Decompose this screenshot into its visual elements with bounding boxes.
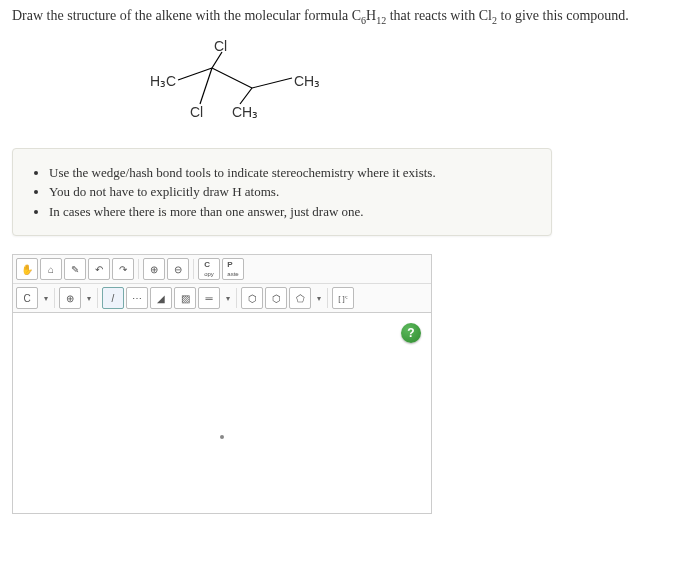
wedge-bond-tool[interactable]: ◢ — [150, 287, 172, 309]
svg-line-1 — [212, 52, 222, 68]
single-bond-tool[interactable]: / — [102, 287, 124, 309]
atom-cl-top: Cl — [214, 38, 227, 54]
canvas-center-dot — [220, 435, 224, 439]
hint-item: Use the wedge/hash bond tools to indicat… — [49, 163, 533, 183]
brackets-tool[interactable]: [ ]ᶜ — [332, 287, 354, 309]
separator — [138, 259, 139, 279]
undo-button[interactable]: ↶ — [88, 258, 110, 280]
bond-dropdown[interactable]: ▾ — [222, 294, 232, 303]
pencil-tool[interactable]: ✎ — [64, 258, 86, 280]
help-button[interactable]: ? — [401, 323, 421, 343]
separator — [97, 288, 98, 308]
toolbar-row-1: ✋ ⌂ ✎ ↶ ↷ ⊕ ⊖ Copy Paste — [13, 255, 431, 284]
cyclopentane-tool[interactable]: ⬠ — [289, 287, 311, 309]
atom-c-button[interactable]: C — [16, 287, 38, 309]
svg-line-4 — [252, 78, 292, 88]
drawing-editor: ✋ ⌂ ✎ ↶ ↷ ⊕ ⊖ Copy Paste C ▾ ⊕ ▾ / ⋯ ◢ ▨… — [12, 254, 432, 514]
zoom-out-button[interactable]: ⊖ — [167, 258, 189, 280]
svg-line-2 — [212, 68, 252, 88]
charge-button[interactable]: ⊕ — [59, 287, 81, 309]
atom-h3c-left: H₃C — [150, 73, 176, 89]
hash-bond-tool[interactable]: ▨ — [174, 287, 196, 309]
ring-dropdown[interactable]: ▾ — [313, 294, 323, 303]
atom-ch3-bottom: CH₃ — [232, 104, 258, 120]
atom-cl-bottom: Cl — [190, 104, 203, 120]
hint-item: You do not have to explicitly draw H ato… — [49, 182, 533, 202]
atom-dropdown[interactable]: ▾ — [40, 294, 50, 303]
separator — [327, 288, 328, 308]
product-structure: Cl H₃C CH₃ Cl CH₃ — [112, 38, 332, 128]
svg-line-0 — [178, 68, 212, 80]
question-prompt: Draw the structure of the alkene with th… — [12, 8, 685, 26]
hints-panel: Use the wedge/hash bond tools to indicat… — [12, 148, 552, 237]
svg-line-5 — [240, 88, 252, 104]
double-bond-tool[interactable]: ═ — [198, 287, 220, 309]
atom-ch3-right: CH₃ — [294, 73, 320, 89]
hand-tool[interactable]: ✋ — [16, 258, 38, 280]
cyclohexane-tool[interactable]: ⬡ — [265, 287, 287, 309]
separator — [236, 288, 237, 308]
separator — [193, 259, 194, 279]
drawing-canvas[interactable]: ? — [13, 313, 431, 513]
hint-item: In cases where there is more than one an… — [49, 202, 533, 222]
toolbar-row-2: C ▾ ⊕ ▾ / ⋯ ◢ ▨ ═ ▾ ⬡ ⬡ ⬠ ▾ [ ]ᶜ — [13, 284, 431, 313]
svg-line-3 — [200, 68, 212, 104]
zoom-in-button[interactable]: ⊕ — [143, 258, 165, 280]
separator — [54, 288, 55, 308]
home-tool[interactable]: ⌂ — [40, 258, 62, 280]
copy-button[interactable]: Copy — [198, 258, 220, 280]
redo-button[interactable]: ↷ — [112, 258, 134, 280]
charge-dropdown[interactable]: ▾ — [83, 294, 93, 303]
benzene-tool[interactable]: ⬡ — [241, 287, 263, 309]
dotted-bond-tool[interactable]: ⋯ — [126, 287, 148, 309]
paste-button[interactable]: Paste — [222, 258, 244, 280]
